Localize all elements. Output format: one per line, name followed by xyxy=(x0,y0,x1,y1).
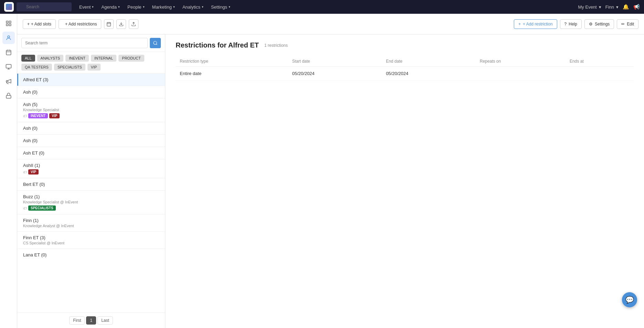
list-item[interactable]: Ash (0) xyxy=(17,122,165,134)
chevron-down-icon: ▾ xyxy=(616,4,619,10)
person-labels: 🏷 SPECIALISTS xyxy=(23,205,160,211)
cell-type: Entire date xyxy=(176,67,288,81)
add-restriction-button[interactable]: + + Add restriction xyxy=(514,19,557,29)
person-role: Knowledge Analyst @ InEvent xyxy=(23,224,160,228)
person-name: Lana ET (0) xyxy=(23,252,160,257)
filter-internal[interactable]: INTERNAL xyxy=(91,55,116,62)
svg-point-19 xyxy=(154,41,157,44)
filter-inevent[interactable]: INEVENT xyxy=(65,55,89,62)
list-item[interactable]: Finn (1) Knowledge Analyst @ InEvent xyxy=(17,214,165,231)
content-area: ALL ANALYSTS INEVENT INTERNAL PRODUCT QA… xyxy=(17,34,644,328)
app-logo[interactable] xyxy=(4,2,14,12)
list-item[interactable]: Alfred ET (3) xyxy=(17,74,165,86)
nav-analytics[interactable]: Analytics ▾ xyxy=(179,3,207,11)
person-name: Ash (5) xyxy=(23,102,160,107)
nav-agenda[interactable]: Agenda ▾ xyxy=(98,3,123,11)
filter-tags: ALL ANALYSTS INEVENT INTERNAL PRODUCT QA… xyxy=(17,52,165,74)
person-labels: 🏷 VIP xyxy=(23,169,160,174)
nav-event[interactable]: Event ▾ xyxy=(76,3,97,11)
person-labels: 🏷 INEVENT VIP xyxy=(23,113,160,118)
list-item[interactable]: Ash (0) xyxy=(17,86,165,98)
calendar-icon-button[interactable] xyxy=(104,19,114,29)
person-name: AshII (1) xyxy=(23,163,160,168)
person-name: Ash (0) xyxy=(23,126,160,131)
list-item[interactable]: Lana ET (0) xyxy=(17,249,165,261)
svg-rect-13 xyxy=(107,22,111,26)
filter-specialists[interactable]: SPECIALISTS xyxy=(54,64,85,71)
person-name: Ash (0) xyxy=(23,138,160,143)
chat-bubble[interactable]: 💬 xyxy=(622,292,637,307)
filter-qatesters[interactable]: QA TESTERS xyxy=(21,64,52,71)
user-dropdown[interactable]: Finn ▾ xyxy=(605,4,619,10)
list-item[interactable]: Buzz (1) Knowledge Specialist @ InEvent … xyxy=(17,191,165,214)
person-name: Alfred ET (3) xyxy=(23,77,160,82)
chevron-down-icon: ▾ xyxy=(118,5,120,9)
person-name: Buzz (1) xyxy=(23,194,160,199)
svg-rect-9 xyxy=(6,64,11,68)
alert-icon[interactable]: 📢 xyxy=(633,4,640,10)
restrictions-title: Restrictions for Alfred ET xyxy=(176,41,259,49)
people-list: Alfred ET (3) Ash (0) Ash (5) Knowledge … xyxy=(17,74,165,313)
filter-product[interactable]: PRODUCT xyxy=(118,55,144,62)
svg-point-4 xyxy=(8,36,10,38)
cell-ends-at xyxy=(565,67,634,81)
sidebar-item-monitor[interactable] xyxy=(2,61,15,73)
sidebar-item-people[interactable] xyxy=(2,32,15,44)
layout: + + Add slots + Add restrictions + + Add… xyxy=(0,14,644,328)
right-panel: Restrictions for Alfred ET 1 restriction… xyxy=(165,34,644,328)
person-name: Ash ET (0) xyxy=(23,150,160,156)
first-page-button[interactable]: First xyxy=(69,316,85,325)
search-wrap: 🔍 xyxy=(17,2,72,11)
list-item[interactable]: Bert ET (0) xyxy=(17,178,165,190)
notifications-icon[interactable]: 🔔 xyxy=(623,4,629,10)
filter-analysts[interactable]: ANALYSTS xyxy=(37,55,64,62)
filter-vip[interactable]: VIP xyxy=(87,64,101,71)
sidebar-item-calendar[interactable] xyxy=(2,46,15,59)
cell-start: 05/20/2024 xyxy=(288,67,382,81)
person-name: Finn ET (3) xyxy=(23,235,160,240)
nav-settings[interactable]: Settings ▾ xyxy=(208,3,234,11)
nav-items: Event ▾ Agenda ▾ People ▾ Marketing ▾ An… xyxy=(76,3,234,11)
person-role: Knowledge Specialist @ InEvent xyxy=(23,200,160,204)
list-item[interactable]: AshII (1) 🏷 VIP xyxy=(17,159,165,178)
list-item[interactable]: Finn ET (3) CS Specialist @ InEvent xyxy=(17,232,165,248)
add-slots-button[interactable]: + + Add slots xyxy=(23,19,56,29)
list-item[interactable]: Ash (0) xyxy=(17,135,165,147)
top-navigation: 🔍 Event ▾ Agenda ▾ People ▾ Marketing ▾ … xyxy=(0,0,644,14)
list-item[interactable]: Ash (5) Knowledge Specialist 🏷 INEVENT V… xyxy=(17,98,165,122)
chevron-down-icon: ▾ xyxy=(173,5,175,9)
sidebar-item-megaphone[interactable] xyxy=(2,75,15,87)
topnav-right: My Event ▾ Finn ▾ 🔔 📢 xyxy=(578,4,640,10)
chevron-down-icon: ▾ xyxy=(599,4,601,10)
nav-people[interactable]: People ▾ xyxy=(124,3,148,11)
help-button[interactable]: ? Help xyxy=(560,19,582,29)
svg-rect-0 xyxy=(6,21,8,23)
toolbar-right: + + Add restriction ? Help ⚙ Settings ✏ … xyxy=(514,19,638,29)
sidebar-item-dashboard[interactable] xyxy=(2,17,15,30)
last-page-button[interactable]: Last xyxy=(97,316,113,325)
settings-button[interactable]: ⚙ Settings xyxy=(584,19,614,29)
list-item[interactable]: Ash ET (0) xyxy=(17,147,165,159)
label-inevent: INEVENT xyxy=(28,113,48,118)
add-restrictions-button[interactable]: + Add restrictions xyxy=(59,19,101,29)
search-button[interactable] xyxy=(150,38,161,48)
help-icon: ? xyxy=(564,22,567,27)
col-ends: Ends at xyxy=(565,56,634,67)
export-icon-button[interactable] xyxy=(116,19,126,29)
col-end: End date xyxy=(382,56,476,67)
table-header-row: Restriction type Start date End date Rep… xyxy=(176,56,634,67)
filter-all[interactable]: ALL xyxy=(21,55,35,62)
import-icon-button[interactable] xyxy=(129,19,138,29)
nav-marketing[interactable]: Marketing ▾ xyxy=(149,3,178,11)
sidebar-item-lock[interactable] xyxy=(2,89,15,102)
chevron-down-icon: ▾ xyxy=(143,5,145,9)
plus-icon: + xyxy=(518,22,521,27)
my-event-dropdown[interactable]: My Event ▾ xyxy=(578,4,601,10)
table-row[interactable]: Entire date 05/20/2024 05/20/2024 xyxy=(176,67,634,81)
table-body: Entire date 05/20/2024 05/20/2024 xyxy=(176,67,634,81)
top-search-input[interactable] xyxy=(17,2,72,11)
page-1-button[interactable]: 1 xyxy=(86,316,96,325)
people-search-input[interactable] xyxy=(21,38,148,48)
edit-button[interactable]: ✏ Edit xyxy=(617,19,638,29)
edit-icon: ✏ xyxy=(621,22,625,27)
